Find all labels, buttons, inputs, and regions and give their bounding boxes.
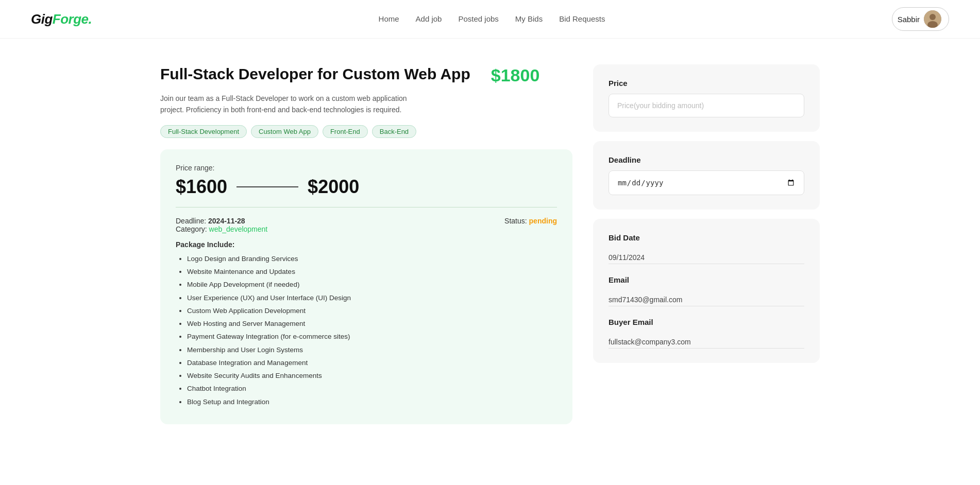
list-item: Blog Setup and Integration [187, 397, 557, 407]
list-item: Custom Web Application Development [187, 306, 557, 316]
nav-item-add-job[interactable]: Add job [416, 14, 442, 24]
navbar: GigForge. Home Add job Posted jobs My Bi… [0, 0, 980, 39]
price-range-row: $1600 $2000 [176, 176, 557, 198]
buyer-email-label: Buyer Email [609, 318, 804, 326]
job-title: Full-Stack Developer for Custom Web App [160, 64, 470, 84]
list-item: Logo Design and Branding Services [187, 254, 557, 264]
price-field: Price [609, 79, 804, 117]
user-name: Sabbir [898, 15, 920, 24]
price-range-label: Price range: [176, 164, 557, 172]
meta-left: Deadline: 2024-11-28 Category: web_devel… [176, 217, 267, 233]
list-item: Website Security Audits and Enhancements [187, 371, 557, 381]
job-tags: Full-Stack Development Custom Web App Fr… [160, 125, 572, 138]
nav-item-my-bids[interactable]: My Bids [515, 14, 543, 24]
job-price-main: $1800 [491, 65, 540, 85]
meta-right: Status: pending [504, 217, 557, 233]
deadline-field: Deadline [609, 155, 804, 195]
svg-point-1 [930, 14, 936, 20]
nav-link-posted-jobs[interactable]: Posted jobs [458, 14, 498, 23]
email-field: Email smd71430@gmail.com [609, 275, 804, 306]
right-column: Price Deadline Bid Date 09/11/2024 Email… [593, 64, 820, 424]
left-column: Full-Stack Developer for Custom Web App … [160, 64, 572, 424]
nav-item-home[interactable]: Home [379, 14, 399, 24]
list-item: Web Hosting and Server Management [187, 319, 557, 329]
logo-dot: . [89, 11, 92, 27]
deadline-form-card: Deadline [593, 141, 820, 210]
price-range-max: $2000 [308, 176, 359, 198]
tag-fullstack: Full-Stack Development [160, 125, 247, 138]
price-range-dash [236, 186, 298, 187]
deadline-label: Deadline: [176, 217, 208, 225]
job-title-row: Full-Stack Developer for Custom Web App … [160, 64, 572, 85]
tag-backend: Back-End [372, 125, 416, 138]
buyer-email-field: Buyer Email fullstack@company3.com [609, 318, 804, 349]
list-item: User Experience (UX) and User Interface … [187, 293, 557, 303]
nav-link-add-job[interactable]: Add job [416, 14, 442, 23]
tag-frontend: Front-End [323, 125, 368, 138]
user-menu[interactable]: Sabbir [892, 7, 949, 31]
bid-date-field: Bid Date 09/11/2024 [609, 233, 804, 264]
bid-form-card: Price [593, 64, 820, 132]
price-input[interactable] [609, 94, 804, 117]
list-item: Database Integration and Management [187, 358, 557, 368]
price-label: Price [609, 79, 804, 88]
category-label: Category: [176, 225, 209, 233]
job-description: Join our team as a Full-Stack Developer … [160, 93, 428, 116]
bid-details-card: Bid Date 09/11/2024 Email smd71430@gmail… [593, 219, 820, 363]
buyer-email-value: fullstack@company3.com [609, 332, 804, 349]
avatar [924, 10, 941, 28]
list-item: Membership and User Login Systems [187, 345, 557, 355]
list-item: Mobile App Development (if needed) [187, 280, 557, 290]
list-item: Payment Gateway Integration (for e-comme… [187, 332, 557, 342]
deadline-label: Deadline [609, 155, 804, 164]
email-value: smd71430@gmail.com [609, 289, 804, 306]
divider [176, 207, 557, 207]
price-range-min: $1600 [176, 176, 227, 198]
nav-link-home[interactable]: Home [379, 14, 399, 23]
category-value: web_development [209, 225, 268, 233]
tag-custom-web: Custom Web App [251, 125, 318, 138]
package-list: Logo Design and Branding Services Websit… [176, 254, 557, 407]
deadline-value: 2024-11-28 [208, 217, 245, 225]
bid-date-value: 09/11/2024 [609, 247, 804, 264]
logo[interactable]: GigForge. [31, 11, 92, 27]
status-value: pending [529, 217, 557, 225]
bid-date-label: Bid Date [609, 233, 804, 242]
package-card: Price range: $1600 $2000 Deadline: 2024-… [160, 149, 572, 424]
package-title: Package Include: [176, 240, 557, 249]
email-label: Email [609, 275, 804, 284]
logo-gig: Gig [31, 11, 53, 27]
nav-links: Home Add job Posted jobs My Bids Bid Req… [379, 14, 605, 24]
logo-forge: Forge [53, 11, 89, 27]
nav-item-posted-jobs[interactable]: Posted jobs [458, 14, 498, 24]
nav-link-bid-requests[interactable]: Bid Requests [559, 14, 605, 23]
deadline-input[interactable] [609, 170, 804, 195]
nav-item-bid-requests[interactable]: Bid Requests [559, 14, 605, 24]
nav-link-my-bids[interactable]: My Bids [515, 14, 543, 23]
list-item: Website Maintenance and Updates [187, 267, 557, 277]
status-label: Status: [504, 217, 529, 225]
meta-row: Deadline: 2024-11-28 Category: web_devel… [176, 217, 557, 233]
list-item: Chatbot Integration [187, 384, 557, 394]
main-layout: Full-Stack Developer for Custom Web App … [129, 39, 851, 450]
